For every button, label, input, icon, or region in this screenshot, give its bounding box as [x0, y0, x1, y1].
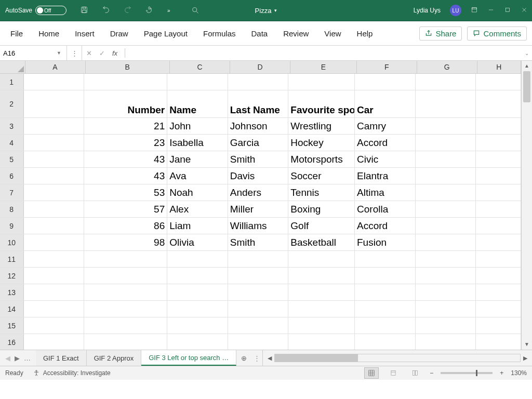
cell[interactable] [416, 201, 476, 217]
cell[interactable] [355, 301, 416, 317]
row-header[interactable]: 9 [0, 218, 24, 234]
cell[interactable]: Number [84, 90, 167, 117]
share-button[interactable]: Share [419, 26, 462, 41]
qat-more-icon[interactable]: » [167, 8, 170, 14]
name-box[interactable]: A16▼ [0, 46, 67, 60]
tab-page-layout[interactable]: Page Layout [139, 26, 193, 41]
cell[interactable]: 98 [84, 234, 167, 250]
add-sheet-button[interactable]: ⊕ [236, 350, 251, 366]
accessibility-status[interactable]: Accessibility: Investigate [33, 369, 111, 377]
cell[interactable] [416, 218, 476, 234]
cell[interactable] [167, 268, 228, 284]
cell[interactable]: John [167, 118, 228, 134]
formula-input[interactable]: ✕ ✓ fx ⌄ [82, 46, 532, 60]
fx-icon[interactable]: fx [112, 49, 117, 57]
col-header[interactable]: H [477, 61, 521, 73]
sheet-tab-active[interactable]: GIF 3 Left or top search … [141, 350, 236, 366]
cell[interactable] [24, 251, 85, 267]
cell[interactable]: Davis [228, 168, 289, 184]
cell[interactable]: Alex [167, 201, 228, 217]
cell[interactable]: Tennis [288, 184, 355, 201]
cell[interactable] [355, 268, 416, 284]
cell[interactable] [416, 135, 476, 151]
cell[interactable] [228, 74, 289, 90]
autosave-switch[interactable]: Off [35, 6, 66, 15]
col-header[interactable]: G [417, 61, 477, 73]
row-header[interactable]: 14 [0, 301, 24, 317]
select-all-corner[interactable] [0, 61, 25, 73]
cell[interactable] [476, 168, 521, 184]
cell[interactable] [24, 218, 85, 234]
cell[interactable]: Basketball [288, 234, 355, 250]
cell[interactable]: Williams [228, 218, 289, 234]
cell[interactable]: Garcia [228, 135, 289, 151]
cell[interactable] [24, 168, 85, 184]
cell[interactable]: Anders [228, 184, 289, 201]
search-icon[interactable] [191, 6, 200, 15]
cell[interactable]: Ava [167, 168, 228, 184]
cell[interactable] [24, 90, 85, 117]
cell[interactable] [476, 151, 521, 167]
sheet-tab[interactable]: GIF 2 Approx [87, 350, 142, 366]
scroll-right-icon[interactable]: ▶ [521, 355, 530, 362]
zoom-in-button[interactable]: + [500, 369, 503, 377]
zoom-level[interactable]: 130% [511, 369, 527, 377]
cell[interactable]: Smith [228, 234, 289, 250]
redo-icon[interactable] [124, 6, 132, 16]
scroll-left-icon[interactable]: ◀ [265, 355, 274, 362]
cell[interactable]: Accord [355, 135, 416, 151]
cell[interactable]: Wrestling [288, 118, 355, 134]
cell[interactable] [84, 284, 167, 300]
cell[interactable] [288, 317, 355, 334]
cell[interactable] [167, 301, 228, 317]
cell[interactable]: Name [167, 90, 228, 117]
comments-button[interactable]: Comments [467, 26, 527, 41]
row-header[interactable]: 13 [0, 284, 24, 300]
cell[interactable] [167, 74, 228, 90]
cell[interactable]: Isabella [167, 135, 228, 151]
column-headers[interactable]: A B C D E F G H [0, 61, 521, 74]
row-header[interactable]: 11 [0, 251, 24, 267]
cell[interactable]: Boxing [288, 201, 355, 217]
cell[interactable] [24, 135, 85, 151]
scroll-up-icon[interactable]: ▲ [522, 61, 532, 71]
cell[interactable]: Civic [355, 151, 416, 167]
cell[interactable] [24, 234, 85, 250]
row-header[interactable]: 2 [0, 90, 24, 117]
cell[interactable]: Camry [355, 118, 416, 134]
cell[interactable]: 21 [84, 118, 167, 134]
cell[interactable] [476, 334, 521, 350]
cell[interactable] [84, 251, 167, 267]
cell[interactable] [476, 284, 521, 300]
cell[interactable]: Accord [355, 218, 416, 234]
cell[interactable] [355, 251, 416, 267]
cell[interactable] [24, 74, 85, 90]
cell[interactable] [84, 74, 167, 90]
cell[interactable] [24, 284, 85, 300]
cell[interactable]: Fusion [355, 234, 416, 250]
spreadsheet-grid[interactable]: A B C D E F G H 12NumberNameLast NameFav… [0, 61, 532, 350]
cell[interactable] [416, 118, 476, 134]
col-header[interactable]: E [290, 61, 357, 73]
cell[interactable] [416, 74, 476, 90]
cell[interactable]: 43 [84, 151, 167, 167]
tab-help[interactable]: Help [352, 26, 378, 41]
zoom-out-button[interactable]: − [430, 369, 433, 377]
cell[interactable] [288, 284, 355, 300]
cell[interactable] [355, 334, 416, 350]
cell[interactable] [476, 268, 521, 284]
cell[interactable] [416, 234, 476, 250]
cell[interactable] [476, 317, 521, 334]
cell[interactable] [416, 151, 476, 167]
user-name[interactable]: Lydia Uys [414, 7, 441, 14]
name-box-more[interactable]: ⋮ [67, 46, 82, 60]
tab-home[interactable]: Home [33, 26, 64, 41]
cell[interactable]: Olivia [167, 234, 228, 250]
cell[interactable] [355, 317, 416, 334]
cell[interactable] [416, 268, 476, 284]
cell[interactable] [24, 201, 85, 217]
tab-insert[interactable]: Insert [70, 26, 100, 41]
cell[interactable] [288, 268, 355, 284]
col-header[interactable]: A [25, 61, 86, 73]
maximize-icon[interactable] [504, 6, 511, 15]
